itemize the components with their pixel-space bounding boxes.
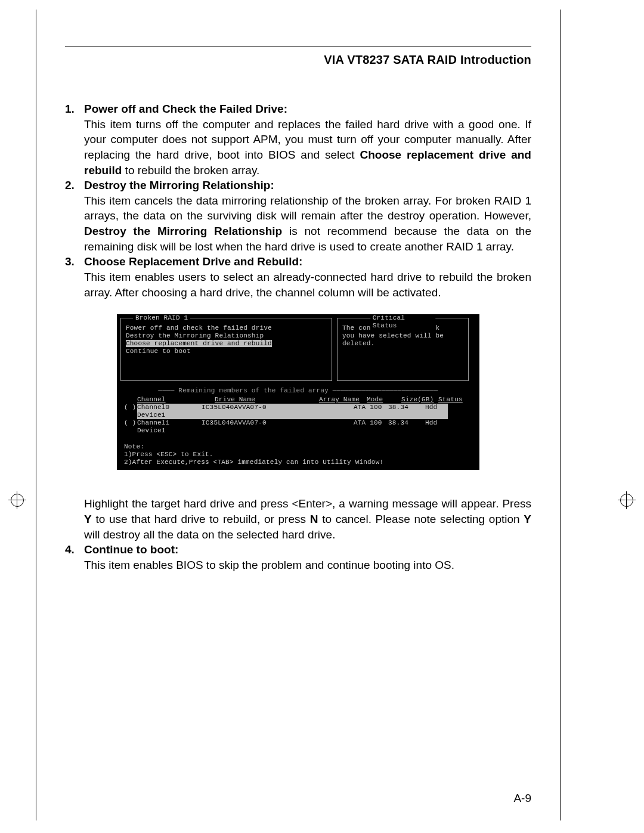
item-text: This item enables BIOS to skip the probl… — [84, 559, 454, 571]
page-title: VIA VT8237 SATA RAID Introduction — [65, 52, 531, 68]
list-item-4: 4. Continue to boot: This item enables B… — [65, 542, 531, 572]
bios-menu-item-selected: Choose replacement drive and rebuild — [126, 340, 272, 347]
bios-table-row: ( )Channel0 Device1IC35L040AVVA07-0ATA 1… — [124, 404, 472, 419]
bios-menu-item: Continue to boot — [126, 348, 327, 355]
page-frame: VIA VT8237 SATA RAID Introduction 1. Pow… — [36, 10, 561, 820]
page-number: A-9 — [513, 791, 531, 806]
item-number: 1. — [65, 101, 84, 178]
item-number: 3. — [65, 254, 84, 300]
bios-menu-item: Power off and check the failed drive — [126, 324, 327, 332]
crop-mark-right — [613, 487, 640, 514]
item-text: This item enables users to select an alr… — [84, 271, 531, 299]
post-bios-paragraph: Highlight the target hard drive and pres… — [65, 496, 531, 542]
header-rule — [65, 47, 531, 47]
item-title: Choose Replacement Drive and Rebuild: — [84, 255, 302, 268]
item-title: Power off and Check the Failed Drive: — [84, 103, 287, 115]
bios-status-line: deleted. — [342, 340, 463, 348]
item-number: 2. — [65, 178, 84, 254]
bios-panel-title-right: Critical Status — [370, 314, 436, 330]
bios-table-row: ( )Channel1 Device1IC35L040AVVA07-0ATA 1… — [124, 419, 472, 435]
bios-panel-title-left: Broken RAID 1 — [133, 314, 190, 322]
item-title: Continue to boot: — [84, 543, 178, 556]
item-title: Destroy the Mirroring Relationship: — [84, 179, 274, 191]
bios-table-header: Channel Drive Name Array Name Mode Size(… — [124, 396, 472, 404]
bios-separator: ──── Remaining members of the failed arr… — [118, 387, 478, 395]
item-text-tail: to rebuild the broken array. — [122, 164, 259, 176]
list-item-3: 3. Choose Replacement Drive and Rebuild:… — [65, 254, 531, 300]
bios-menu-item: Destroy the Mirroring Relationship — [126, 332, 327, 340]
item-bold: Destroy the Mirroring Relationship — [84, 225, 282, 237]
bios-note: Note: 1)Press <ESC> to Exit. 2)After Exe… — [118, 435, 478, 467]
list-item-2: 2. Destroy the Mirroring Relationship: T… — [65, 178, 531, 254]
list-item-1: 1. Power off and Check the Failed Drive:… — [65, 101, 531, 178]
bios-panel-critical-status: Critical Status The contents on the disk… — [337, 318, 469, 381]
bios-panel-broken-raid: Broken RAID 1 Power off and check the fa… — [120, 318, 332, 381]
item-text: This item cancels the data mirroring rel… — [84, 194, 531, 222]
bios-screenshot: Broken RAID 1 Power off and check the fa… — [117, 314, 479, 470]
bios-status-line: you have selected will be — [342, 332, 463, 340]
crop-mark-left — [4, 487, 31, 514]
item-number: 4. — [65, 542, 84, 572]
bios-table: Channel Drive Name Array Name Mode Size(… — [118, 396, 478, 435]
